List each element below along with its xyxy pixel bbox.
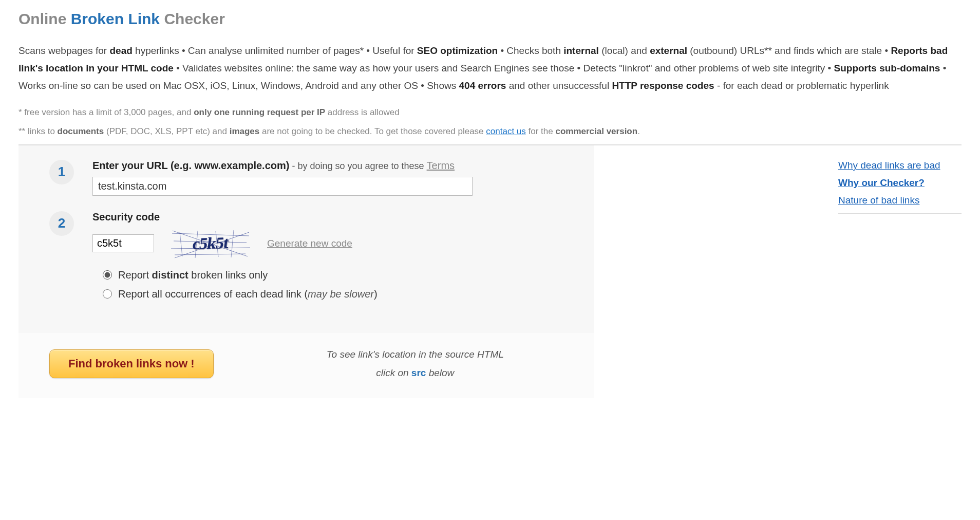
footnote-1: * free version has a limit of 3,000 page… (18, 105, 962, 119)
r1-t2: broken links only (189, 269, 268, 281)
desc-b8: HTTP response codes (612, 80, 714, 91)
captcha-text: c5k5t (192, 233, 230, 253)
instruction-text: To see link's location in the source HTM… (327, 345, 504, 382)
r2-t2: ) (374, 288, 378, 300)
radio-all-input[interactable] (103, 289, 112, 299)
action-panel: Find broken links now ! To see link's lo… (18, 333, 594, 398)
radio-distinct-input[interactable] (103, 270, 112, 280)
step-1-label: Enter your URL (e.g. www.example.com) - … (92, 160, 578, 172)
r1-t1: Report (118, 269, 152, 281)
fn2-b3: commercial version (555, 126, 637, 136)
fn2-t5: . (637, 126, 640, 136)
title-text-2: Broken Link (71, 10, 160, 27)
instr-t1: click on (376, 367, 411, 378)
find-broken-links-button[interactable]: Find broken links now ! (49, 349, 214, 378)
desc-b6: Supports sub-domains (834, 63, 940, 73)
fn2-t3: are not going to be checked. To get thos… (259, 126, 486, 136)
instr-t2: below (426, 367, 454, 378)
step-2-number: 2 (49, 211, 74, 236)
sidebar-divider (838, 213, 962, 214)
captcha-image: c5k5t (169, 228, 252, 259)
radio-all[interactable]: Report all occurrences of each dead link… (103, 288, 578, 300)
fn2-b2: images (230, 126, 260, 136)
sidebar: Why dead links are bad Why our Checker? … (838, 145, 962, 398)
desc-t3: • Checks both (498, 45, 563, 56)
instr-line-1: To see link's location in the source HTM… (327, 345, 504, 364)
form-panel: 1 Enter your URL (e.g. www.example.com) … (18, 145, 594, 333)
r1-b: distinct (152, 269, 189, 281)
security-code-input[interactable] (92, 234, 154, 252)
step-1-number: 1 (49, 160, 74, 184)
radio-distinct[interactable]: Report distinct broken links only (103, 269, 578, 281)
radio-all-label: Report all occurrences of each dead link… (118, 288, 378, 300)
fn2-t2: (PDF, DOC, XLS, PPT etc) and (104, 126, 229, 136)
step-1-label-bold: Enter your URL (e.g. www.example.com) (92, 160, 289, 171)
desc-t4: (local) and (599, 45, 650, 56)
desc-t9: - for each dead or problematic hyperlink (714, 80, 889, 91)
url-input[interactable] (92, 177, 473, 196)
description-text: Scans webpages for dead hyperlinks • Can… (18, 42, 962, 95)
footnote-2: ** links to documents (PDF, DOC, XLS, PP… (18, 124, 962, 138)
instr-src: src (411, 367, 426, 378)
fn1-b1: only one running request per IP (194, 107, 325, 117)
step-2-row: 2 Security code c5k5t (49, 211, 578, 307)
step-1-row: 1 Enter your URL (e.g. www.example.com) … (49, 160, 578, 196)
desc-t5: (outbound) URLs** and finds which are st… (687, 45, 891, 56)
desc-b4: external (650, 45, 687, 56)
sidebar-link-nature[interactable]: Nature of bad links (838, 195, 962, 206)
generate-code-link[interactable]: Generate new code (267, 238, 352, 249)
terms-link[interactable]: Terms (427, 160, 455, 171)
report-mode-group: Report distinct broken links only Report… (92, 269, 578, 300)
sidebar-link-why-checker[interactable]: Why our Checker? (838, 177, 962, 189)
page-title: Online Broken Link Checker (18, 10, 962, 28)
desc-b2: SEO optimization (417, 45, 498, 56)
fn2-t1: ** links to (18, 126, 58, 136)
desc-t6: • Validates websites online: the same wa… (174, 63, 834, 73)
step-1-label-light: - by doing so you agree to these (289, 161, 426, 171)
desc-b1: dead (109, 45, 132, 56)
sidebar-link-why-bad[interactable]: Why dead links are bad (838, 160, 962, 171)
desc-t2: hyperlinks • Can analyse unlimited numbe… (133, 45, 417, 56)
desc-b3: internal (563, 45, 599, 56)
fn1-t2: address is allowed (325, 107, 400, 117)
step-2-label: Security code (92, 211, 578, 223)
title-text-1: Online (18, 10, 71, 27)
title-text-3: Checker (160, 10, 225, 27)
radio-distinct-label: Report distinct broken links only (118, 269, 268, 281)
fn2-b1: documents (58, 126, 104, 136)
r2-t1: Report all occurrences of each dead link… (118, 288, 308, 300)
r2-em: may be slower (308, 288, 374, 300)
desc-b7: 404 errors (459, 80, 506, 91)
fn2-t4: for the (526, 126, 556, 136)
desc-t1: Scans webpages for (18, 45, 109, 56)
desc-t8: and other unsuccessful (506, 80, 612, 91)
step-2-label-text: Security code (92, 211, 160, 222)
fn1-t1: * free version has a limit of 3,000 page… (18, 107, 194, 117)
contact-us-link[interactable]: contact us (486, 126, 526, 136)
